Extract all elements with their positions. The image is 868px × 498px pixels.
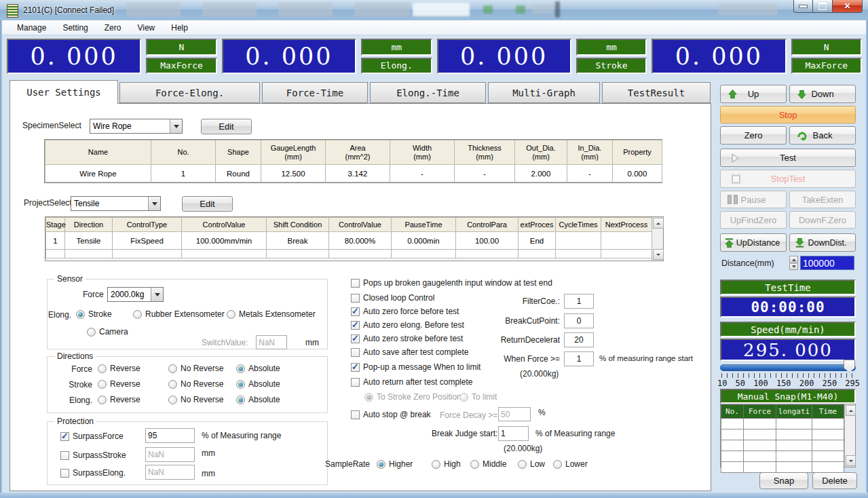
radio-icon[interactable] — [553, 460, 562, 469]
when-force-input[interactable] — [564, 351, 594, 366]
checkbox-icon[interactable] — [60, 451, 69, 460]
distance-spinner[interactable] — [789, 256, 798, 270]
force-mode[interactable]: MaxForce — [146, 58, 216, 75]
force-no-reverse-option[interactable]: No Reverse — [168, 363, 223, 374]
force-absolute-option[interactable]: Absolute — [236, 363, 280, 374]
checkbox-icon[interactable] — [351, 334, 360, 343]
checkbox-icon[interactable] — [60, 469, 69, 478]
checkbox-icon[interactable] — [351, 279, 360, 288]
sample-rate-high[interactable]: High — [432, 459, 461, 470]
sample-rate-low[interactable]: Low — [518, 459, 545, 470]
radio-icon[interactable] — [470, 460, 479, 469]
breakcutpoint-input[interactable] — [564, 313, 594, 328]
snap-button[interactable]: Snap — [759, 472, 808, 489]
surpass-elong-input[interactable] — [145, 465, 195, 480]
project-edit-button[interactable]: Edit — [182, 196, 233, 212]
delete-button[interactable]: Delete — [812, 472, 857, 489]
pause-button[interactable]: Pause — [720, 191, 787, 208]
distance-input[interactable] — [800, 256, 854, 270]
tab-user-settings[interactable]: User Settings — [10, 80, 118, 104]
radio-icon[interactable] — [518, 460, 527, 469]
checkbox-icon[interactable] — [351, 410, 360, 419]
specimen-edit-button[interactable]: Edit — [201, 119, 252, 134]
option-auto-zero-elong[interactable]: Auto zero elong. Before test — [351, 320, 464, 330]
upfindzero-button[interactable]: UpFindZero — [720, 211, 787, 229]
sample-rate-higher[interactable]: Higher — [377, 459, 413, 470]
radio-icon[interactable] — [377, 460, 385, 469]
menu-setting[interactable]: Setting — [56, 22, 94, 34]
option-closed-loop[interactable]: Closed loop Control — [351, 292, 434, 303]
elong-option-camera[interactable]: Camera — [87, 326, 128, 337]
elong-absolute-option[interactable]: Absolute — [236, 394, 280, 405]
titlebar[interactable]: 2101(C) [Connect Failed] ✕ — [0, 0, 868, 21]
radio-icon[interactable] — [168, 380, 177, 389]
menu-zero[interactable]: Zero — [98, 22, 128, 34]
snap-row[interactable] — [721, 462, 844, 473]
stoptest-button[interactable]: StopTest — [720, 170, 856, 188]
checkbox-icon[interactable] — [60, 432, 69, 441]
elong-option-rubber-ext[interactable]: Rubber Extensometer — [133, 309, 225, 320]
sample-rate-middle[interactable]: Middle — [470, 459, 506, 470]
tab-force-elong[interactable]: Force-Elong. — [119, 82, 260, 103]
radio-icon[interactable] — [236, 364, 245, 373]
filtercoe-input[interactable] — [564, 294, 594, 309]
option-auto-save[interactable]: Auto save after test complete — [351, 347, 468, 358]
spinner-down-icon[interactable] — [789, 263, 798, 270]
scroll-down-icon[interactable] — [653, 249, 664, 260]
project-empty-row[interactable] — [46, 250, 652, 258]
downfzero-button[interactable]: DownF.Zero — [789, 211, 856, 229]
checkbox-icon[interactable] — [351, 307, 360, 316]
surpass-stroke-input[interactable] — [145, 447, 195, 462]
speed-slider-track[interactable] — [720, 364, 856, 371]
tab-multi-graph[interactable]: Multi-Graph — [488, 82, 600, 103]
option-auto-zero-stroke[interactable]: Auto zero stroke before test — [351, 333, 463, 344]
tab-elong-time[interactable]: Elong.-Time — [370, 82, 486, 103]
elong-option-metals-ext[interactable]: Metals Extensometer — [227, 309, 316, 320]
stroke-absolute-option[interactable]: Absolute — [236, 379, 280, 389]
tab-testresult[interactable]: TestResult — [602, 82, 711, 103]
project-table-scrollbar[interactable] — [652, 217, 663, 261]
surpass-elong-option[interactable]: SurpassElong. — [60, 467, 126, 478]
surpass-stroke-option[interactable]: SurpassStroke — [60, 450, 126, 461]
force-reverse-option[interactable]: Reverse — [98, 363, 140, 374]
dropdown-arrow-icon[interactable] — [170, 119, 182, 133]
specimen-select-dropdown[interactable]: Wire Rope — [90, 119, 183, 134]
radio-icon[interactable] — [168, 364, 177, 373]
option-auto-return[interactable]: Auto return after test complete — [351, 377, 472, 387]
spinner-up-icon[interactable] — [789, 256, 798, 263]
checkbox-icon[interactable] — [351, 294, 360, 303]
return-to-stroke-zero-option[interactable]: To Stroke Zero Position — [364, 391, 461, 402]
project-row[interactable]: 1 Tensile FixSpeed 100.000mm/min Break 8… — [46, 232, 652, 250]
checkbox-icon[interactable] — [351, 363, 360, 372]
checkbox-icon[interactable] — [351, 378, 360, 387]
radio-icon[interactable] — [98, 380, 107, 389]
down-button[interactable]: Down — [789, 85, 856, 103]
radio-icon[interactable] — [98, 364, 107, 373]
elong-reverse-option[interactable]: Reverse — [98, 394, 140, 405]
stroke-no-reverse-option[interactable]: No Reverse — [168, 379, 223, 389]
return-to-limit-option[interactable]: To limit — [459, 391, 497, 402]
radio-icon[interactable] — [168, 396, 177, 404]
back-button[interactable]: Back — [789, 126, 856, 145]
stop-button[interactable]: Stop — [720, 106, 856, 123]
maxforce-mode[interactable]: MaxForce — [791, 58, 862, 75]
test-button[interactable]: Test — [720, 149, 856, 167]
dropdown-arrow-icon[interactable] — [148, 197, 160, 210]
radio-icon[interactable] — [98, 396, 107, 404]
stroke-mode[interactable]: Stroke — [576, 58, 647, 75]
dropdown-arrow-icon[interactable] — [151, 288, 163, 301]
scroll-up-icon[interactable] — [653, 218, 664, 229]
radio-icon[interactable] — [364, 393, 373, 402]
takeexten-button[interactable]: TakeExten — [789, 191, 856, 208]
break-judge-input[interactable] — [498, 426, 529, 441]
menu-view[interactable]: View — [130, 22, 162, 34]
option-broken-gaugelength[interactable]: Pops up broken gaugelenth input window a… — [351, 277, 552, 288]
snap-row[interactable] — [721, 451, 844, 462]
surpass-force-input[interactable] — [145, 428, 195, 443]
option-auto-zero-force[interactable]: Auto zero force before test — [351, 306, 459, 317]
surpass-force-option[interactable]: SurpassForce — [60, 431, 124, 442]
elong-mode[interactable]: Elong. — [361, 58, 432, 75]
zero-button[interactable]: Zero — [720, 126, 787, 145]
snap-row[interactable] — [721, 419, 844, 429]
radio-icon[interactable] — [236, 380, 245, 389]
